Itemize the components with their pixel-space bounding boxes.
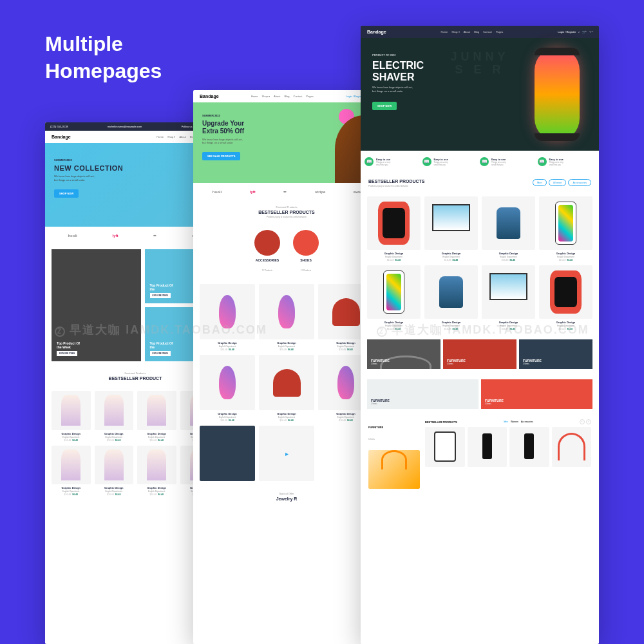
product-card[interactable]: Graphic DesignEnglish Department$16.48$6… <box>200 355 255 422</box>
product-card[interactable] <box>552 427 592 469</box>
product-card[interactable]: Graphic DesignEnglish Department$16.48$6… <box>259 355 314 422</box>
tile-title: Top Product Of the Week <box>57 341 136 349</box>
product-card[interactable]: Graphic DesignEnglish Department$16.48$6… <box>137 446 176 497</box>
feature-item: 📖Easy to useThings on a very small that … <box>365 157 422 166</box>
brand-aws: aws <box>354 190 361 194</box>
category-count: 17 Products <box>301 269 311 272</box>
play-icon[interactable]: ▸ <box>259 426 314 481</box>
filter-women[interactable]: Women <box>549 179 567 186</box>
arrow-right-icon[interactable]: › <box>586 419 591 424</box>
see-sale-button[interactable]: SEE SALE PRODUCTS <box>202 152 240 160</box>
nav-menu: Home Shop ▾ About Blog Contact Pages <box>251 95 314 98</box>
product-card[interactable]: Graphic DesignEnglish Department$16.48$6… <box>367 265 421 330</box>
fashion-tile-main[interactable]: Top Product Of the Week EXPLORE ITEMS <box>52 249 141 361</box>
category-circles: ACCESSORIES 17 Products SHOES 17 Product… <box>193 223 380 280</box>
nav-about[interactable]: About <box>179 135 185 138</box>
nav-pages[interactable]: Pages <box>306 95 313 98</box>
promo-tile[interactable]: FURNITURE5 Items <box>367 379 478 409</box>
category-accessories[interactable]: ACCESSORIES 17 Products <box>254 230 280 274</box>
brand-feather: ✒ <box>153 233 156 238</box>
product-card[interactable]: Graphic DesignEnglish Department$16.48$6… <box>137 391 176 442</box>
topbar-email: michelle.rivera@example.com <box>108 125 142 128</box>
nav-home[interactable]: Home <box>251 95 258 98</box>
category-image <box>293 230 319 256</box>
promo-tile[interactable]: FURNITURE5 Items <box>481 379 592 409</box>
section-header: Featured Products BESTSELLER PRODUCTS Pr… <box>193 200 380 223</box>
login-link[interactable]: Login / Register <box>558 30 576 33</box>
product-card[interactable]: Graphic DesignEnglish Department$16.48$6… <box>424 265 478 330</box>
explore-button[interactable]: EXPLORE ITEMS <box>57 351 77 356</box>
category-count: 17 Products <box>262 269 272 272</box>
nav-shop[interactable]: Shop ▾ <box>262 95 270 98</box>
nav-shop[interactable]: Shop ▾ <box>451 30 459 33</box>
nav-about[interactable]: About <box>464 30 470 33</box>
wishlist-icon[interactable]: ♡¹ <box>589 30 592 33</box>
nav-pages[interactable]: Pages <box>496 30 503 33</box>
nav-home[interactable]: Home <box>156 135 164 138</box>
product-card[interactable]: Graphic DesignEnglish Department$16.48$6… <box>367 196 421 261</box>
tab-men[interactable]: Men <box>504 421 508 423</box>
brand-feather: ✒ <box>283 189 287 194</box>
product-card[interactable] <box>468 427 507 469</box>
product-card[interactable]: Graphic DesignEnglish Department$16.48$6… <box>539 196 592 261</box>
promo-tile[interactable]: FURNITURE5 Items <box>367 339 440 369</box>
tab-women[interactable]: Women <box>511 421 518 423</box>
brand-logo[interactable]: Bandage <box>200 94 219 99</box>
filter-accessories[interactable]: Accessories <box>568 179 591 186</box>
section-title: BESTSELLER PRODUCTS <box>198 210 375 214</box>
homepage-mockup-3: Bandage Home Shop ▾ About Blog Contact P… <box>361 26 599 644</box>
explore-button[interactable]: EXPLORE ITEMS <box>150 293 171 298</box>
nav-blog[interactable]: Blog <box>474 30 479 33</box>
section-eyebrow: Featured Products <box>198 205 375 209</box>
special-offer-header: Special Offer Jewelry R <box>193 487 380 507</box>
promo-tiles: FURNITURE5 Items FURNITURE5 Items FURNIT… <box>361 334 599 374</box>
navbar: Bandage Home Shop ▾ About Blog Contact P… <box>193 90 380 102</box>
filter-men[interactable]: Men <box>533 179 547 186</box>
product-card[interactable]: Graphic DesignEnglish Department$16.48$6… <box>52 391 91 442</box>
section-title: BESTSELLER PRODUCTS <box>368 179 425 184</box>
search-icon[interactable]: ⌕ <box>578 30 580 33</box>
category-name: ACCESSORIES <box>254 258 280 262</box>
sidebar-card[interactable]: FURNITURE 5 Items <box>368 419 420 489</box>
product-card[interactable] <box>200 426 255 483</box>
promo-tile[interactable]: FURNITURE5 Items <box>519 339 592 369</box>
product-card[interactable]: Graphic DesignEnglish Department$16.48$6… <box>52 446 91 497</box>
section-eyebrow: Special Offer <box>198 492 375 495</box>
hero: SUMMER 2022 Upgrade Your Extra 50% Off W… <box>193 102 380 183</box>
product-card[interactable] <box>509 427 549 469</box>
arrow-left-icon[interactable]: ‹ <box>580 419 585 424</box>
product-card[interactable]: ▸ <box>259 426 314 483</box>
promo-tile[interactable]: FURNITURE5 Items <box>443 339 516 369</box>
product-card[interactable]: Graphic DesignEnglish Department$16.48$6… <box>482 196 535 261</box>
shop-now-button[interactable]: SHOP NOW <box>54 189 79 198</box>
feature-item: 📖Easy to useThings on a very small that … <box>480 157 538 166</box>
nav-blog[interactable]: Blog <box>284 95 289 98</box>
sidebar-best-title: BESTSELLER PRODUCTS <box>425 421 457 424</box>
category-shoes[interactable]: SHOES 17 Products <box>293 230 319 274</box>
nav-contact[interactable]: Contact <box>294 95 303 98</box>
sidebar-products: BESTSELLER PRODUCTS Men Women Accessorie… <box>425 419 591 489</box>
product-card[interactable]: Graphic DesignEnglish Department$16.48$6… <box>482 265 535 330</box>
product-card[interactable]: Graphic DesignEnglish Department$16.48$6… <box>95 446 134 497</box>
nav-about[interactable]: About <box>274 95 280 98</box>
page-title: Multiple Homepages <box>45 31 162 84</box>
product-card[interactable]: Graphic DesignEnglish Department$16.48$6… <box>259 284 314 351</box>
product-card[interactable] <box>425 427 465 469</box>
nav-contact[interactable]: Contact <box>483 30 492 33</box>
tab-accessories[interactable]: Accessories <box>521 421 533 423</box>
cart-icon[interactable]: 🛒¹ <box>582 30 586 33</box>
product-card[interactable]: Graphic DesignEnglish Department$16.48$6… <box>95 391 134 442</box>
nav-shop[interactable]: Shop ▾ <box>167 135 175 138</box>
book-icon: 📖 <box>365 157 374 166</box>
brand-logo[interactable]: Bandage <box>52 135 71 139</box>
promo-tiles-2: FURNITURE5 Items FURNITURE5 Items <box>361 374 599 414</box>
product-card[interactable]: Graphic DesignEnglish Department$16.48$6… <box>539 265 592 330</box>
navbar: Bandage Home Shop ▾ About Blog Contact P… <box>361 26 599 38</box>
product-card[interactable]: Graphic DesignEnglish Department$16.48$6… <box>200 284 255 351</box>
nav-home[interactable]: Home <box>441 30 448 33</box>
explore-button[interactable]: EXPLORE ITEMS <box>150 351 171 356</box>
book-icon: 📖 <box>480 157 489 166</box>
shop-now-button[interactable]: SHOP NOW <box>372 102 397 110</box>
product-card[interactable]: Graphic DesignEnglish Department$16.48$6… <box>424 196 478 261</box>
brand-logo[interactable]: Bandage <box>367 30 386 34</box>
